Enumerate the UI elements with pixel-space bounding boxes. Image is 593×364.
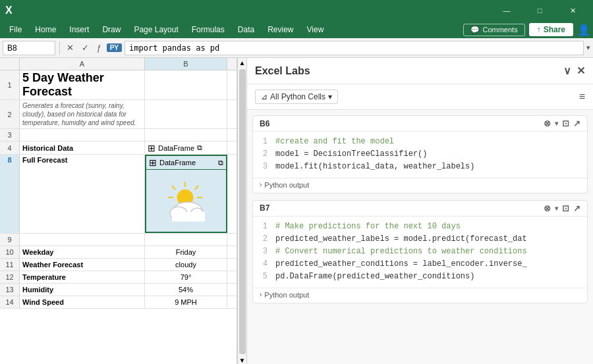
cell-a4[interactable]: Historical Data xyxy=(20,142,145,154)
menu-insert[interactable]: Insert xyxy=(63,22,96,37)
cancel-formula-icon[interactable]: ✕ xyxy=(64,41,76,54)
row-number: 11 xyxy=(0,259,20,271)
confirm-formula-icon[interactable]: ✓ xyxy=(79,41,92,54)
copy-icon[interactable]: ⧉ xyxy=(218,159,223,167)
column-headers: A B xyxy=(0,58,237,70)
table-row: 11 Weather Forecast cloudy xyxy=(0,259,237,271)
code-line: 3 # Convert numerical predictions to wea… xyxy=(260,246,580,258)
scroll-thumb[interactable] xyxy=(239,69,246,354)
cell-b12[interactable]: 79° xyxy=(145,271,227,283)
cell-a9 xyxy=(20,234,145,246)
cell-options-button[interactable]: ⊗ xyxy=(544,118,551,128)
save-cell-button[interactable]: ⊡ xyxy=(562,203,569,213)
output-label: Python output xyxy=(264,291,309,299)
table-row: 2 Generates a forecast (sunny, rainy, cl… xyxy=(0,100,237,129)
menu-file[interactable]: File xyxy=(3,22,28,37)
cell-a2[interactable]: Generates a forecast (sunny, rainy, clou… xyxy=(20,100,145,128)
excel-labs-title: Excel Labs xyxy=(255,65,310,77)
cell-b10[interactable]: Friday xyxy=(145,246,227,258)
share-icon: ↑ xyxy=(537,25,541,34)
close-panel-button[interactable]: ✕ xyxy=(577,65,585,77)
row-number: 14 xyxy=(0,296,20,308)
spreadsheet: A B 1 5 Day Weather Forecast 2 Generates… xyxy=(0,58,237,364)
row-number: 3 xyxy=(0,129,20,141)
cell-a11[interactable]: Weather Forecast xyxy=(20,259,145,271)
menu-data[interactable]: Data xyxy=(231,22,261,37)
table-row: 8 Full Forecast ⊞ DataFrame ⧉ xyxy=(0,155,237,234)
cell-a12[interactable]: Temperature xyxy=(20,271,145,283)
labs-toolbar: ⊿ All Python Cells ▾ ≡ xyxy=(247,84,593,110)
scroll-up-arrow[interactable]: ▲ xyxy=(239,59,246,66)
menu-button[interactable]: ≡ xyxy=(579,91,585,103)
run-cell-button[interactable]: ↗ xyxy=(573,118,580,128)
profile-icon[interactable]: 👤 xyxy=(577,24,590,36)
excel-icon: X xyxy=(5,5,13,16)
sheet-body: 1 5 Day Weather Forecast 2 Generates a f… xyxy=(0,70,237,364)
cell-b13[interactable]: 54% xyxy=(145,284,227,296)
window-controls: — □ ✕ xyxy=(492,0,588,21)
table-row: 10 Weekday Friday xyxy=(0,246,237,259)
formula-input[interactable] xyxy=(125,41,584,55)
cell-b14[interactable]: 9 MPH xyxy=(145,296,227,308)
cell-a8[interactable]: Full Forecast xyxy=(20,155,145,233)
scroll-down-arrow[interactable]: ▼ xyxy=(239,357,246,364)
menu-page-layout[interactable]: Page Layout xyxy=(127,22,184,37)
expand-cell-button[interactable]: ▾ xyxy=(555,120,558,127)
cell-ref-label: B6 xyxy=(260,119,269,128)
code-line: 3 model.fit(historical_data, weather_lab… xyxy=(260,161,580,173)
cell-a1[interactable]: 5 Day Weather Forecast xyxy=(20,70,145,99)
formula-bar: ✕ ✓ ƒ PY ▾ xyxy=(0,38,593,58)
collapse-panel-button[interactable]: ∨ xyxy=(563,65,571,77)
maximize-button[interactable]: □ xyxy=(524,0,555,21)
insert-function-icon[interactable]: ƒ xyxy=(94,42,104,54)
filter-python-cells-button[interactable]: ⊿ All Python Cells ▾ xyxy=(255,90,338,104)
menu-view[interactable]: View xyxy=(300,22,331,37)
cell-b11[interactable]: cloudy xyxy=(145,259,227,271)
menu-draw[interactable]: Draw xyxy=(96,22,127,37)
formula-dropdown-arrow[interactable]: ▾ xyxy=(586,43,590,52)
code-body-b6: 1 #create and fit the model 2 model = De… xyxy=(253,132,587,178)
save-cell-button[interactable]: ⊡ xyxy=(562,118,569,128)
cell-b8[interactable]: ⊞ DataFrame ⧉ xyxy=(145,155,227,233)
python-output-b7[interactable]: › Python output xyxy=(253,288,587,303)
cell-a3 xyxy=(20,129,145,141)
chevron-right-icon: › xyxy=(260,181,262,188)
code-line: 2 model = DecisionTreeClassifier() xyxy=(260,148,580,161)
python-badge: PY xyxy=(107,43,122,52)
dataframe-icon: ⊞ xyxy=(149,157,157,168)
code-line: 1 #create and fit the model xyxy=(260,136,580,148)
close-button[interactable]: ✕ xyxy=(557,0,588,21)
cell-a14[interactable]: Wind Speed xyxy=(20,296,145,308)
dataframe-label: DataFrame xyxy=(158,144,194,152)
table-row: 4 Historical Data ⊞ DataFrame ⧉ xyxy=(0,142,237,155)
python-output-b6[interactable]: › Python output xyxy=(253,178,587,193)
share-button[interactable]: ↑ Share xyxy=(529,23,573,36)
row-number: 4 xyxy=(0,142,20,154)
comments-button[interactable]: 💬 Comments xyxy=(463,24,524,36)
row-number: 13 xyxy=(0,284,20,296)
cell-options-button[interactable]: ⊗ xyxy=(544,203,551,213)
cell-b9 xyxy=(145,234,227,246)
row-number: 8 xyxy=(0,155,20,233)
cell-reference-input[interactable] xyxy=(3,41,55,55)
code-cell-b7-header: B7 ⊗ ▾ ⊡ ↗ xyxy=(253,201,587,217)
dataframe-label: DataFrame xyxy=(159,159,196,167)
vertical-scrollbar[interactable]: ▲ ▼ xyxy=(237,58,246,364)
run-cell-button[interactable]: ↗ xyxy=(573,203,580,213)
svg-line-4 xyxy=(172,186,175,190)
minimize-button[interactable]: — xyxy=(492,0,522,21)
cell-a13[interactable]: Humidity xyxy=(20,284,145,296)
excel-labs-header: Excel Labs ∨ ✕ xyxy=(247,58,593,84)
filter-icon: ⊿ xyxy=(261,92,268,101)
cell-a10[interactable]: Weekday xyxy=(20,246,145,258)
chevron-down-icon: ▾ xyxy=(328,92,332,101)
copy-icon[interactable]: ⧉ xyxy=(197,143,202,152)
cell-ref-label: B7 xyxy=(260,203,269,213)
menu-formulas[interactable]: Formulas xyxy=(185,22,231,37)
menu-review[interactable]: Review xyxy=(261,22,300,37)
expand-cell-button[interactable]: ▾ xyxy=(555,205,558,212)
cell-b4[interactable]: ⊞ DataFrame ⧉ xyxy=(145,142,227,154)
row-number: 9 xyxy=(0,234,20,246)
col-header-b: B xyxy=(145,58,227,70)
menu-home[interactable]: Home xyxy=(28,22,63,37)
